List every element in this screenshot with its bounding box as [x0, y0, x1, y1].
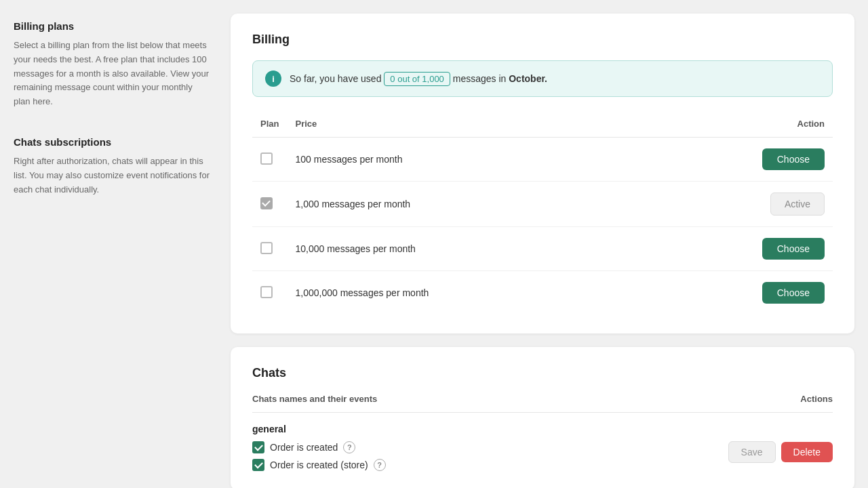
chat-item-0: generalOrder is created?Order is created… [252, 413, 833, 471]
billing-sidebar-section: Billing plans Select a billing plan from… [14, 20, 210, 109]
choose-button-3[interactable]: Choose [762, 282, 825, 304]
active-button-1: Active [770, 192, 825, 216]
event-info-icon-0-1[interactable]: ? [374, 459, 386, 471]
banner-text: So far, you have used 0 out of 1,000 mes… [290, 73, 547, 84]
event-row-0-0: Order is created? [252, 441, 386, 453]
chats-card-title: Chats [252, 366, 833, 380]
chats-list: generalOrder is created?Order is created… [252, 413, 833, 471]
chat-name-0: general [252, 424, 833, 434]
sidebar: Billing plans Select a billing plan from… [14, 14, 231, 488]
chats-card: Chats Chats names and their events Actio… [231, 347, 854, 488]
plan-checkbox-3[interactable] [260, 286, 273, 298]
plan-table: Plan Price Action 100 messages per month… [252, 113, 833, 314]
chats-col-right: Actions [800, 394, 833, 404]
delete-button-0[interactable]: Delete [781, 442, 833, 462]
usage-badge: 0 out of 1,000 [384, 72, 450, 86]
event-checkbox-0-1[interactable] [252, 459, 264, 471]
chats-sidebar-section: Chats subscriptions Right after authoriz… [14, 136, 210, 197]
billing-card: Billing i So far, you have used 0 out of… [231, 14, 854, 333]
chats-sidebar-desc: Right after authorization, chats will ap… [14, 155, 210, 197]
info-icon: i [265, 70, 281, 87]
plan-action-0: Choose [645, 138, 833, 182]
event-row-0-1: Order is created (store)? [252, 459, 386, 471]
plan-price-3: 1,000,000 messages per month [287, 271, 644, 315]
chats-table-header: Chats names and their events Actions [252, 394, 833, 413]
event-label-0-1: Order is created (store) [270, 460, 368, 470]
usage-banner: i So far, you have used 0 out of 1,000 m… [252, 60, 833, 97]
month-label: October. [509, 73, 547, 84]
choose-button-0[interactable]: Choose [762, 148, 825, 170]
chats-col-left: Chats names and their events [252, 394, 377, 404]
plan-action-1: Active [645, 182, 833, 227]
plan-row-0: 100 messages per monthChoose [252, 138, 833, 182]
plan-price-0: 100 messages per month [287, 138, 644, 182]
plan-action-3: Choose [645, 271, 833, 315]
col-price: Price [287, 113, 644, 138]
chat-buttons-0: SaveDelete [728, 441, 833, 463]
col-plan: Plan [252, 113, 287, 138]
billing-sidebar-desc: Select a billing plan from the list belo… [14, 39, 210, 109]
save-button-0[interactable]: Save [728, 441, 776, 463]
plan-price-2: 10,000 messages per month [287, 227, 644, 271]
chat-events-0: Order is created?Order is created (store… [252, 441, 386, 471]
plan-row-2: 10,000 messages per monthChoose [252, 227, 833, 271]
plan-action-2: Choose [645, 227, 833, 271]
event-info-icon-0-0[interactable]: ? [343, 441, 355, 453]
plan-row-1: 1,000 messages per monthActive [252, 182, 833, 227]
choose-button-2[interactable]: Choose [762, 238, 825, 260]
main-content: Billing i So far, you have used 0 out of… [231, 14, 854, 488]
billing-sidebar-title: Billing plans [14, 20, 210, 32]
chat-actions-row-0: Order is created?Order is created (store… [252, 441, 833, 471]
event-checkbox-0-0[interactable] [252, 441, 264, 453]
event-label-0-0: Order is created [270, 442, 338, 453]
plan-checkbox-2[interactable] [260, 242, 273, 254]
plan-checkbox-1[interactable] [260, 197, 273, 209]
plan-row-3: 1,000,000 messages per monthChoose [252, 271, 833, 315]
plan-checkbox-0[interactable] [260, 152, 273, 165]
billing-card-title: Billing [252, 33, 833, 47]
chats-sidebar-title: Chats subscriptions [14, 136, 210, 148]
plan-price-1: 1,000 messages per month [287, 182, 644, 227]
col-action: Action [645, 113, 833, 138]
